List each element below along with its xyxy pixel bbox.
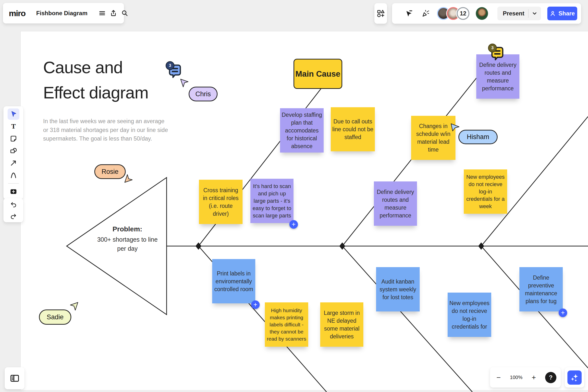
menu-button[interactable] xyxy=(98,8,106,18)
reactions-icon xyxy=(421,9,430,18)
frames-panel-button[interactable] xyxy=(5,367,25,389)
sticky-note-cross-training[interactable]: Cross training in critical roles (i.e. r… xyxy=(199,180,243,224)
sparkles-icon xyxy=(570,373,579,382)
collaboration-toolbar: 12 Present Share xyxy=(392,3,581,24)
pen-tool[interactable] xyxy=(8,170,19,181)
ai-assistant-card xyxy=(565,367,584,388)
sticky-note-text: Cross training in critical roles (i.e. r… xyxy=(199,186,243,218)
share-button[interactable]: Share xyxy=(547,6,577,20)
sticky-note-text: New employees do not recieve log-in cred… xyxy=(448,299,491,330)
page-title[interactable]: Cause and Effect diagram xyxy=(43,55,149,105)
hide-cursors-button[interactable] xyxy=(404,8,414,19)
help-button[interactable]: ? xyxy=(545,372,556,383)
sticky-note-tool[interactable] xyxy=(8,133,19,144)
apps-icon xyxy=(376,9,385,18)
share-person-icon xyxy=(549,10,556,17)
divider xyxy=(528,9,529,18)
history-toolbar xyxy=(4,198,23,222)
export-button[interactable] xyxy=(110,8,117,18)
miro-logo[interactable]: miro xyxy=(9,8,26,18)
sticky-note-icon xyxy=(10,135,18,142)
arrow-icon xyxy=(10,159,18,167)
zoom-toolbar: − 100% + ? xyxy=(490,367,561,388)
sticky-note-text: Large storm in NE delayed some material … xyxy=(320,309,363,340)
sticky-note-text: Define delivery routes and measure perfo… xyxy=(374,188,417,220)
arrow-tool[interactable] xyxy=(8,158,19,169)
reactions-button[interactable] xyxy=(420,8,431,19)
add-connected-note-button[interactable]: + xyxy=(289,220,298,229)
avatar-stack: 12 xyxy=(437,7,469,20)
search-button[interactable] xyxy=(121,8,129,18)
sticky-note-due-to-call-outs[interactable]: Due to call outs line could not be staff… xyxy=(331,107,375,151)
sticky-note-text: High humidity makes printing labels diff… xyxy=(265,307,308,342)
problem-label[interactable]: Problem: 300+ shortages to line per day xyxy=(94,225,161,253)
sticky-note-define-preventive[interactable]: Define preventive maintenance plans for … xyxy=(519,267,563,312)
present-button[interactable]: Present xyxy=(497,6,541,20)
zoom-level[interactable]: 100% xyxy=(510,374,522,380)
pen-icon xyxy=(10,172,18,179)
main-cause-shape[interactable]: Main Cause xyxy=(294,59,342,89)
collaborator-count-badge[interactable]: 12 xyxy=(457,7,469,20)
problem-heading: Problem: xyxy=(94,225,161,233)
sticky-note-large-storm[interactable]: Large storm in NE delayed some material … xyxy=(320,302,363,347)
sticky-note-text: Define preventive maintenance plans for … xyxy=(519,274,563,305)
shapes-tool[interactable] xyxy=(8,145,19,156)
frames-icon xyxy=(10,374,20,383)
sticky-note-new-employees-login[interactable]: New employees do not recieve log-in cred… xyxy=(448,292,491,337)
sticky-note-define-delivery-mid[interactable]: Define delivery routes and measure perfo… xyxy=(374,182,417,226)
text-icon: T xyxy=(10,122,18,130)
sticky-note-new-employees-week[interactable]: New employees do not recieve log-in cred… xyxy=(464,170,507,214)
chevron-down-icon xyxy=(532,10,537,16)
sticky-note-print-labels[interactable]: Print labels in enviromentally controlle… xyxy=(212,259,255,303)
zoom-out-button[interactable]: − xyxy=(494,374,503,382)
collaborator-cursor-arrow-rosie xyxy=(124,174,133,183)
add-more-tools-button[interactable] xyxy=(8,186,19,197)
select-cursor-icon xyxy=(10,110,18,118)
text-tool[interactable]: T xyxy=(8,121,19,132)
sticky-note-text: Print labels in enviromentally controlle… xyxy=(212,270,255,293)
sticky-note-text: New employees do not recieve log-in cred… xyxy=(464,173,507,210)
redo-button[interactable] xyxy=(8,210,19,222)
sticky-note-text: Develop staffing plan that accomodates f… xyxy=(280,111,324,150)
undo-icon xyxy=(10,201,17,208)
comment-thread-marker[interactable]: 3 xyxy=(488,44,504,62)
collaborator-cursor-label-rosie: Rosie xyxy=(94,164,126,179)
sticky-note-hard-to-scan[interactable]: It’s hard to scan and pich up large part… xyxy=(250,179,294,223)
sticky-note-text: Due to call outs line could not be staff… xyxy=(331,118,375,141)
share-label: Share xyxy=(558,10,575,17)
comment-count-badge: 3 xyxy=(488,44,497,52)
avatar-current-user[interactable] xyxy=(476,7,488,20)
sticky-note-develop-staffing[interactable]: Develop staffing plan that accomodates f… xyxy=(280,108,324,152)
zoom-in-button[interactable]: + xyxy=(530,374,538,382)
tools-toolbar: T xyxy=(4,106,23,199)
ai-assistant-button[interactable] xyxy=(567,370,582,385)
sticky-note-changes-in-schedule[interactable]: Changes in schedule w/in material lead t… xyxy=(411,116,455,160)
undo-button[interactable] xyxy=(8,199,19,210)
comment-thread-marker[interactable]: 3 xyxy=(166,62,182,79)
sticky-note-text: It’s hard to scan and pich up large part… xyxy=(250,183,294,220)
collaborator-cursor-label-sadie: Sadie xyxy=(39,310,71,325)
sticky-note-text: Define delivery routes and measure perfo… xyxy=(476,61,519,92)
select-tool[interactable] xyxy=(8,108,19,120)
add-connected-note-button[interactable]: + xyxy=(558,308,567,317)
comment-count-badge: 3 xyxy=(166,61,174,70)
sticky-note-text: Changes in schedule w/in material lead t… xyxy=(411,122,455,154)
redo-icon xyxy=(10,212,17,220)
divider xyxy=(8,183,19,184)
search-icon xyxy=(121,9,129,17)
sticky-note-text: Audit kanban system weekly for lost tote… xyxy=(376,278,420,301)
board-description[interactable]: In the last five weeks we are seeing an … xyxy=(43,117,190,143)
add-connected-note-button[interactable]: + xyxy=(251,300,260,309)
collaborator-cursor-arrow-hisham xyxy=(450,122,460,132)
apps-button[interactable] xyxy=(374,3,387,24)
add-icon xyxy=(10,188,18,196)
collaborator-cursor-label-hisham: Hisham xyxy=(458,130,498,144)
collaborator-cursor-arrow-sadie xyxy=(70,302,79,311)
sticky-note-audit-kanban[interactable]: Audit kanban system weekly for lost tote… xyxy=(376,267,420,312)
top-toolbar: miro Fishbone Diagram xyxy=(3,3,124,24)
board-title[interactable]: Fishbone Diagram xyxy=(36,10,88,17)
present-label: Present xyxy=(503,10,528,17)
sticky-note-high-humidity[interactable]: High humidity makes printing labels diff… xyxy=(265,302,308,347)
shapes-icon xyxy=(10,147,18,155)
hide-cursors-icon xyxy=(404,9,413,18)
